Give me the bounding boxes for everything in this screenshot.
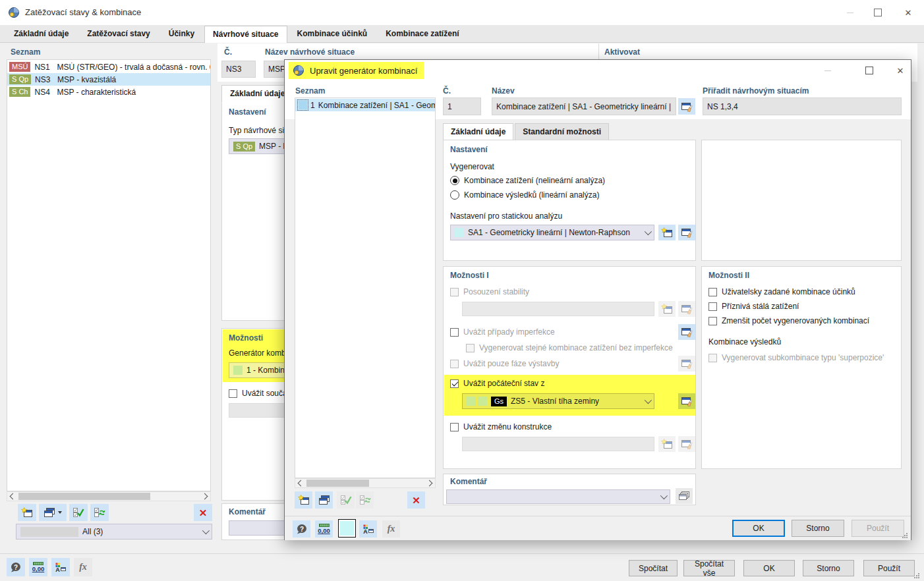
help-button[interactable] — [7, 558, 25, 576]
item-color-swatch — [299, 101, 307, 109]
dialog-ok-button[interactable]: OK — [732, 520, 785, 537]
toggle-check-button[interactable] — [90, 504, 109, 521]
filter-value: All (3) — [82, 527, 103, 536]
minimize-button[interactable] — [840, 5, 860, 20]
structure-change-checkbox-row[interactable]: Uvážit změnu konstrukce — [450, 422, 552, 431]
formula-button[interactable]: fx — [74, 558, 92, 576]
display-options-button[interactable] — [51, 558, 70, 576]
superposition-checkbox-row[interactable]: Vygenerovat subkombinace typu 'superpozi… — [708, 353, 884, 362]
filter-dropdown[interactable]: All (3) — [16, 524, 212, 540]
scrollbar-thumb[interactable] — [306, 480, 369, 487]
list-item-selected[interactable]: S Qp NS3 MSP - kvazistálá — [7, 73, 210, 86]
maximize-button[interactable] — [868, 5, 888, 20]
list-horizontal-scrollbar[interactable] — [7, 491, 211, 501]
checkbox-box — [450, 423, 459, 431]
calculate-all-button[interactable]: Spočítat vše — [683, 560, 735, 576]
calculate-label: Spočítat — [639, 564, 668, 573]
favorable-loads-label: Příznivá stálá zatížení — [722, 302, 799, 311]
analysis-dropdown[interactable]: SA1 - Geometricky lineární | Newton-Raph… — [450, 225, 654, 240]
dialog-delete-button[interactable]: ✕ — [407, 491, 425, 509]
dialog-minimize-button[interactable] — [818, 63, 838, 78]
minimize-icon — [824, 70, 831, 71]
initial-state-checkbox-row[interactable]: Uvážit počáteční stav z — [450, 379, 544, 388]
dialog-resize-grip-icon[interactable] — [902, 532, 908, 539]
main-footer: 0,00 fx Spočítat Spočítat vše OK Storno … — [0, 553, 924, 581]
dialog-new-button[interactable] — [295, 491, 312, 509]
options-header: Možnosti — [229, 333, 263, 343]
detail-tab-zakladni-udaje[interactable]: Základní údaje — [221, 85, 293, 103]
calculate-button[interactable]: Spočítat — [629, 560, 678, 576]
dialog-color-button[interactable] — [338, 519, 356, 538]
simultaneous-checkbox-row[interactable]: Uvážit součas — [229, 389, 291, 398]
edit-analysis-button[interactable] — [678, 225, 695, 240]
dialog-list-item-selected[interactable]: 1 Kombinace zatížení | SA1 - Geometricky… — [295, 99, 435, 111]
copy-item-button[interactable] — [39, 504, 67, 521]
stability-checkbox-row[interactable]: Posouzení stability — [450, 287, 529, 296]
user-combinations-checkbox-row[interactable]: Uživatelsky zadané kombinace účinků — [708, 287, 855, 296]
seznam-header: Seznam — [11, 47, 40, 57]
radio-load-combinations[interactable]: Kombinace zatížení (nelineární analýza) — [450, 176, 605, 185]
dialog-tab-standardni-moznosti[interactable]: Standardní možnosti — [515, 123, 609, 140]
same-combos-checkbox-row[interactable]: Vygenerovat stejné kombinace zatížení be… — [466, 343, 673, 352]
assign-field[interactable]: NS 1,3,4 — [703, 97, 902, 115]
dialog-number-field[interactable]: 1 — [443, 97, 481, 115]
close-button[interactable]: ✕ — [898, 5, 918, 20]
dialog-formula-button[interactable]: fx — [382, 520, 400, 538]
tab-navrhove-situace[interactable]: Návrhové situace — [204, 26, 287, 43]
favorable-loads-checkbox-row[interactable]: Příznivá stálá zatížení — [708, 302, 799, 311]
ok-button[interactable]: OK — [743, 560, 795, 576]
tab-kombinace-zatizeni[interactable]: Kombinace zatížení — [377, 25, 467, 42]
dialog-tab-zakladni-udaje[interactable]: Základní údaje — [443, 123, 513, 140]
check-all-button[interactable] — [69, 504, 88, 521]
scroll-left-icon[interactable] — [298, 480, 304, 487]
dialog-maximize-button[interactable] — [859, 63, 879, 78]
number-field[interactable]: NS3 — [221, 61, 256, 78]
comment-header: Komentář — [450, 477, 487, 486]
dialog-close-button[interactable]: ✕ — [890, 63, 910, 78]
list-item[interactable]: S Ch NS4 MSP - charakteristická — [7, 86, 210, 98]
tab-kombinace-ucinku[interactable]: Kombinace účinků — [289, 25, 376, 42]
chevron-down-icon — [645, 228, 652, 235]
dialog-help-button[interactable] — [293, 520, 310, 538]
dialog-name-field[interactable]: Kombinace zatížení | SA1 - Geometricky l… — [492, 97, 676, 115]
scrollbar-thumb[interactable] — [18, 493, 150, 500]
comment-dropdown[interactable] — [446, 489, 670, 504]
imperfections-checkbox-row[interactable]: Uvážit případy imperfekce — [450, 327, 555, 337]
list-item[interactable]: MSÚ NS1 MSÚ (STR/GEO) - trvalá a dočasná… — [7, 61, 210, 73]
edit-initial-state-button[interactable] — [678, 393, 695, 409]
dialog-options2-group: Možnosti II Uživatelsky zadané kombinace… — [701, 266, 902, 469]
window-copy-icon — [43, 507, 55, 518]
dialog-list-scrollbar[interactable] — [295, 478, 436, 488]
dialog-units-button[interactable]: 0,00 — [315, 520, 333, 538]
reduce-combinations-checkbox-row[interactable]: Zmenšit počet vygenerovaných kombinací — [708, 316, 869, 325]
tab-zakladni-udaje[interactable]: Základní údaje — [5, 25, 77, 42]
scroll-right-icon[interactable] — [202, 493, 208, 500]
activate-label: Aktivovat — [604, 47, 640, 57]
construction-stages-checkbox-row[interactable]: Uvážit pouze fáze výstavby — [450, 359, 559, 368]
resize-grip-icon[interactable] — [913, 572, 920, 579]
delete-item-button[interactable]: ✕ — [194, 504, 212, 521]
scroll-left-icon[interactable] — [10, 493, 16, 500]
new-item-button[interactable] — [18, 504, 36, 521]
dialog-cancel-button[interactable]: Storno — [792, 520, 844, 537]
dialog-copy-button[interactable] — [315, 491, 333, 509]
apply-button[interactable]: Použít — [863, 560, 915, 576]
scroll-right-icon[interactable] — [426, 480, 433, 487]
new-stability-button-disabled — [658, 301, 676, 317]
initial-state-label: Uvážit počáteční stav z — [463, 379, 544, 388]
new-analysis-button[interactable] — [658, 225, 676, 240]
copy-comment-button[interactable] — [676, 488, 693, 504]
edit-name-button[interactable] — [678, 98, 695, 115]
tab-zatezovaci-stavy[interactable]: Zatěžovací stavy — [78, 25, 158, 42]
cyan-color-swatch — [340, 521, 354, 536]
comment-header: Komentář — [229, 507, 266, 516]
minimize-icon — [847, 13, 853, 13]
window-edit-icon — [681, 327, 693, 337]
cancel-button[interactable]: Storno — [803, 560, 854, 576]
radio-result-combinations[interactable]: Kombinace výsledků (lineární analýza) — [450, 190, 599, 200]
units-button[interactable]: 0,00 — [29, 558, 47, 576]
initial-state-dropdown[interactable]: Gs ZS5 - Vlastní tíha zeminy — [462, 393, 654, 409]
tab-ucinky[interactable]: Účinky — [160, 25, 203, 42]
edit-imperfections-button[interactable] — [678, 324, 695, 340]
dialog-display-options-button[interactable] — [359, 520, 377, 538]
